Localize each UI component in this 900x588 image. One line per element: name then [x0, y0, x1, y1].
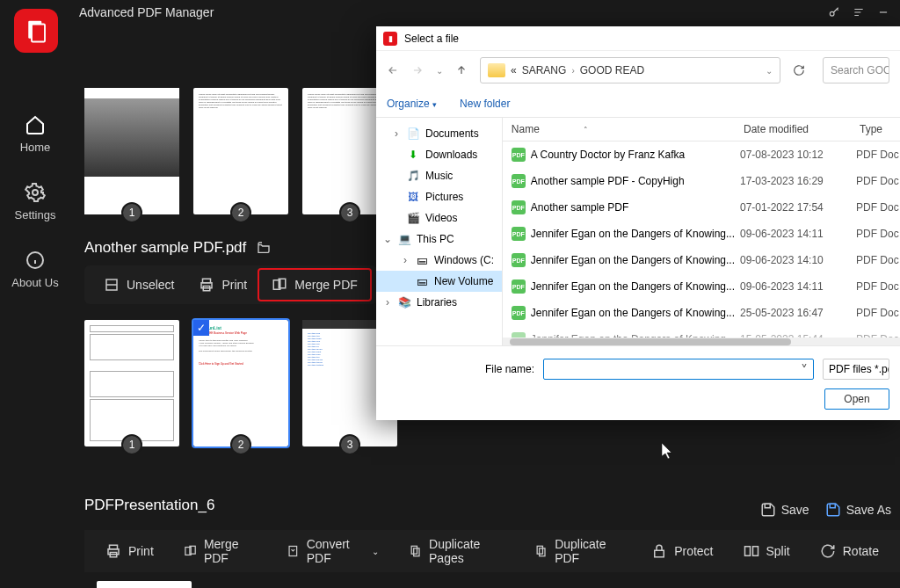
dialog-app-icon: ▮: [383, 32, 397, 46]
svg-rect-24: [744, 547, 750, 556]
thumb-number: 2: [230, 434, 251, 455]
file-row[interactable]: PDFJennifer Egan on the Dangers of Knowi…: [503, 326, 900, 338]
thumb-number: 3: [339, 202, 360, 223]
new-folder-button[interactable]: New folder: [460, 98, 510, 110]
tree-music[interactable]: 🎵Music: [376, 165, 502, 186]
label: Duplicate Pages: [429, 537, 504, 565]
folder-open-icon[interactable]: [255, 241, 272, 255]
horizontal-scrollbar[interactable]: [503, 338, 900, 345]
thumb-number: 1: [121, 434, 142, 455]
tree-newvolume[interactable]: 🖴New Volume: [376, 271, 502, 292]
thumb-number: 3: [339, 434, 360, 455]
label: Protect: [674, 544, 713, 558]
label: Rotate: [843, 544, 879, 558]
save-label: Save: [781, 503, 809, 517]
address-bar[interactable]: « SARANG › GOOD READ ⌄: [480, 57, 780, 83]
tree-windows[interactable]: ›🖴Windows (C:: [376, 250, 502, 271]
section3-toolbar: Print Merge PDF Convert PDF⌄ Duplicate P…: [84, 530, 900, 572]
label: Split: [766, 544, 790, 558]
merge-pdf-button[interactable]: Merge PDF: [259, 270, 370, 300]
app-title: Advanced PDF Manager: [79, 5, 214, 19]
print-button[interactable]: Print: [186, 270, 259, 300]
sidebar-about[interactable]: About Us: [11, 250, 58, 289]
thumb-number: 1: [121, 202, 142, 223]
file-row[interactable]: PDFJennifer Egan on the Dangers of Knowi…: [503, 273, 900, 300]
thumb[interactable]: 1: [84, 320, 179, 446]
file-row[interactable]: PDFAnother sample PDF07-01-2022 17:54PDF…: [503, 194, 900, 221]
sidebar-about-label: About Us: [11, 276, 58, 289]
thumb[interactable]: Lorem ipsum dolor sit amet consectetur a…: [193, 88, 288, 214]
tree-documents[interactable]: ›📄Documents: [376, 123, 502, 144]
thumb[interactable]: 1: [84, 88, 179, 214]
rotate-button[interactable]: Rotate: [808, 536, 891, 566]
forward-icon[interactable]: [411, 64, 424, 76]
search-input[interactable]: Search GOOD R: [823, 57, 889, 83]
filename-input[interactable]: [543, 359, 814, 380]
convert-button[interactable]: Convert PDF⌄: [274, 530, 391, 572]
print-label: Print: [221, 278, 247, 292]
file-row[interactable]: PDFJennifer Egan on the Dangers of Knowi…: [503, 300, 900, 326]
protect-button[interactable]: Protect: [639, 536, 725, 566]
app-logo: [14, 9, 58, 53]
sidebar-home[interactable]: Home: [20, 114, 51, 154]
tree-thispc[interactable]: ⌄💻This PC: [376, 229, 502, 250]
history-dropdown[interactable]: ⌄: [436, 66, 443, 76]
split-button[interactable]: Split: [731, 536, 802, 566]
sidebar-home-label: Home: [20, 141, 51, 154]
merge-button[interactable]: Merge PDF: [171, 530, 269, 572]
breadcrumb[interactable]: GOOD READ: [580, 64, 644, 76]
minimize-icon[interactable]: [877, 6, 889, 18]
up-icon[interactable]: [455, 64, 468, 76]
svg-point-0: [830, 11, 834, 16]
check-icon: ✓: [193, 320, 209, 336]
save-button[interactable]: Save: [760, 502, 809, 518]
svg-rect-25: [752, 547, 758, 556]
label: Merge PDF: [204, 537, 257, 565]
sidebar-settings[interactable]: Settings: [15, 182, 56, 221]
file-row[interactable]: PDFJennifer Egan on the Dangers of Knowi…: [503, 247, 900, 273]
folder-tree: ›📄Documents ⬇Downloads 🎵Music 🖼Pictures …: [376, 118, 503, 345]
folder-icon: [488, 63, 505, 77]
unselect-label: Unselect: [127, 278, 174, 292]
refresh-icon[interactable]: [793, 64, 805, 76]
label: Print: [128, 544, 154, 558]
section2-toolbar: Unselect Print Merge PDF: [84, 265, 377, 304]
breadcrumb[interactable]: SARANG: [522, 64, 567, 76]
key-icon[interactable]: [828, 6, 840, 18]
file-dialog: ▮ Select a file ⌄ « SARANG › GOOD READ ⌄…: [376, 26, 900, 420]
svg-rect-23: [655, 550, 664, 557]
section3-title: PDFPresentation_6: [84, 497, 214, 514]
print-button[interactable]: Print: [93, 536, 166, 566]
thumb[interactable]: ✓📋 DunListGet a FREE Business Service We…: [193, 320, 288, 446]
svg-rect-11: [765, 504, 770, 508]
tree-downloads[interactable]: ⬇Downloads: [376, 144, 502, 165]
tree-pictures[interactable]: 🖼Pictures: [376, 186, 502, 207]
organize-button[interactable]: Organize ▾: [387, 98, 437, 110]
unselect-button[interactable]: Unselect: [91, 270, 186, 300]
tree-libraries[interactable]: ›📚Libraries: [376, 292, 502, 313]
saveas-button[interactable]: Save As: [825, 502, 891, 518]
search-placeholder: Search GOOD R: [831, 64, 889, 76]
svg-rect-2: [32, 25, 45, 42]
file-row[interactable]: PDFAnother sample PDF - CopyHigh17-03-20…: [503, 168, 900, 194]
filename-label: File name:: [387, 363, 534, 375]
duplicate-pdf-button[interactable]: Duplicate PDF: [522, 530, 634, 572]
merge-label: Merge PDF: [294, 278, 358, 292]
open-button[interactable]: Open: [824, 388, 889, 410]
file-list-header[interactable]: Name˄ Date modified Type: [503, 118, 900, 142]
breadcrumb-prefix: «: [511, 64, 517, 76]
duplicate-pages-button[interactable]: Duplicate Pages: [396, 530, 517, 572]
svg-point-3: [33, 190, 38, 195]
menu-icon[interactable]: [853, 6, 865, 18]
file-filter[interactable]: PDF files *.pdf: [823, 359, 889, 380]
dialog-title: Select a file: [404, 33, 459, 45]
back-icon[interactable]: [387, 64, 399, 76]
label: Convert PDF: [307, 537, 365, 565]
tree-videos[interactable]: 🎬Videos: [376, 207, 502, 229]
svg-rect-12: [830, 504, 835, 508]
saveas-label: Save As: [846, 503, 891, 517]
sidebar-settings-label: Settings: [15, 208, 56, 221]
file-row[interactable]: PDFJennifer Egan on the Dangers of Knowi…: [503, 221, 900, 247]
thumb-number: 2: [230, 202, 251, 223]
file-row[interactable]: PDFA Country Doctor by Franz Kafka07-08-…: [503, 142, 900, 168]
